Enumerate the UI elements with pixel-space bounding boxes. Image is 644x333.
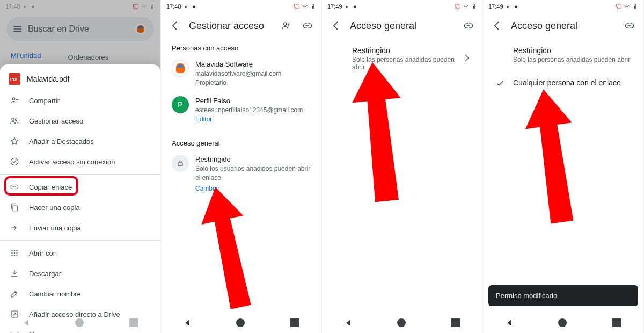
search-bar[interactable]: Buscar en Drive (6, 17, 154, 41)
person-row-editor[interactable]: P Perfil Falso esteesunperfilfalso12345@… (161, 92, 321, 128)
avatar-editor: P (172, 96, 189, 113)
nav-bar (322, 313, 482, 333)
search-placeholder: Buscar en Drive (28, 24, 89, 34)
send-icon (10, 223, 19, 233)
check-icon (494, 79, 507, 89)
menu-manage-access[interactable]: Gestionar acceso (0, 111, 160, 131)
nav-recent-icon[interactable] (129, 318, 138, 327)
nav-back-icon[interactable] (23, 318, 30, 328)
sheet-header: PDF Malavida.pdf (0, 68, 160, 90)
person-role-link[interactable]: Editor (195, 115, 303, 124)
nav-back-icon[interactable] (184, 318, 191, 328)
nav-recent-icon[interactable] (290, 318, 299, 327)
menu-make-copy[interactable]: Hacer una copia (0, 197, 160, 218)
section-people: Personas con acceso (161, 39, 321, 55)
menu-open-with[interactable]: Abrir con (0, 243, 160, 263)
menu-copy-link[interactable]: Copiar enlace (0, 177, 160, 197)
nav-home-icon[interactable] (236, 318, 245, 327)
menu-manage-label: Gestionar acceso (29, 117, 83, 125)
option-sub: Solo las personas añadidas pueden abrir (513, 56, 630, 63)
option-restricted[interactable]: Restringido Solo las personas añadidas p… (322, 39, 482, 78)
option-anyone-link[interactable]: Cualquier persona con el enlace (483, 71, 643, 96)
lock-icon (172, 155, 189, 172)
screen-4-general-access-selected: 17:49 ▪ ● Acceso general Restringido Sol… (483, 0, 644, 333)
person-row-owner[interactable]: Malavida Software malavidasoftware@gmail… (161, 55, 321, 92)
wifi-icon (624, 3, 630, 10)
menu-offline[interactable]: Activar acceso sin conexión (0, 151, 160, 172)
menu-copylink-label: Copiar enlace (29, 183, 72, 191)
menu-share[interactable]: Compartir (0, 90, 160, 111)
menu-download[interactable]: Descargar (0, 263, 160, 284)
menu-star-label: Añadir a Destacados (29, 137, 94, 146)
pdf-file-icon: PDF (9, 73, 20, 85)
option-title: Restringido (513, 46, 630, 55)
add-person-button[interactable] (279, 18, 294, 33)
status-indicator-icon: ▪ (183, 3, 189, 10)
wifi-icon (141, 3, 147, 10)
person-name: Malavida Software (195, 60, 281, 69)
status-dot-icon: ● (191, 3, 197, 10)
status-dot-icon: ● (352, 3, 358, 10)
nav-home-icon[interactable] (397, 318, 406, 327)
general-access-title: Restringido (195, 155, 311, 164)
menu-openwith-label: Abrir con (29, 249, 57, 257)
toast-text: Permiso modificado (496, 292, 557, 300)
status-time: 17:49 (488, 3, 503, 10)
battery-icon (471, 3, 477, 10)
nav-back-icon[interactable] (506, 318, 513, 328)
copy-link-button[interactable] (300, 18, 315, 33)
copy-icon (10, 202, 19, 212)
battery-icon (632, 3, 638, 10)
person-add-icon (10, 96, 19, 105)
nav-recent-icon[interactable] (612, 318, 621, 327)
copy-link-button[interactable] (622, 18, 637, 33)
download-icon (10, 269, 19, 278)
link-icon (10, 182, 19, 192)
section-general: Acceso general (161, 134, 321, 150)
back-button[interactable] (489, 18, 504, 33)
general-access-row[interactable]: Restringido Solo los usuarios añadidos p… (161, 150, 321, 198)
back-button[interactable] (328, 18, 343, 33)
avatar-owner (172, 60, 189, 77)
status-bar: 17:48 ▪ ● (161, 0, 321, 13)
battery-icon (310, 3, 316, 10)
person-email: malavidasoftware@gmail.com (195, 69, 281, 78)
people-icon (10, 116, 19, 126)
star-icon (10, 136, 19, 146)
annotation-arrow (207, 185, 250, 309)
page-title: Acceso general (350, 20, 455, 32)
nav-back-icon[interactable] (345, 318, 352, 328)
page-title: Acceso general (511, 20, 616, 32)
menu-rename[interactable]: Cambiar nombre (0, 284, 160, 304)
option-restricted[interactable]: Restringido Solo las personas añadidas p… (483, 39, 643, 71)
nav-recent-icon[interactable] (451, 318, 460, 327)
status-dot-icon: ● (30, 3, 36, 10)
offline-icon (10, 157, 19, 166)
menu-makecopy-label: Hacer una copia (29, 204, 80, 212)
account-avatar[interactable] (134, 22, 148, 36)
app-bar: Acceso general (322, 13, 482, 39)
status-time: 17:48 (5, 3, 20, 10)
status-dot-icon: ● (513, 3, 519, 10)
status-bar: 17:49 ▪ ● (483, 0, 643, 13)
status-indicator-icon: ▪ (344, 3, 350, 10)
menu-send-copy[interactable]: Enviar una copia (0, 218, 160, 238)
menu-star[interactable]: Añadir a Destacados (0, 131, 160, 151)
nav-bar (161, 313, 321, 333)
back-button[interactable] (167, 18, 182, 33)
menu-icon[interactable] (13, 24, 23, 34)
nav-home-icon[interactable] (75, 318, 84, 327)
cast-icon (294, 3, 300, 10)
status-time: 17:48 (166, 3, 181, 10)
divider (0, 240, 160, 241)
nav-bar (0, 313, 160, 333)
change-link[interactable]: Cambiar (195, 184, 219, 193)
app-bar: Gestionar acceso (161, 13, 321, 39)
divider (0, 174, 160, 175)
rename-icon (10, 289, 19, 299)
menu-download-label: Descargar (29, 270, 61, 278)
option-title: Restringido (352, 46, 456, 55)
copy-link-button[interactable] (461, 18, 476, 33)
menu-offline-label: Activar acceso sin conexión (29, 158, 115, 166)
nav-home-icon[interactable] (558, 318, 567, 327)
